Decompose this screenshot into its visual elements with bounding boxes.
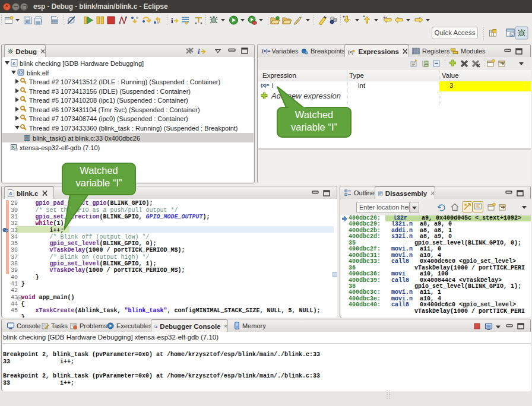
svg-text:c: c (12, 61, 15, 66)
svg-text:c: c (10, 191, 12, 196)
svg-text:G: G (511, 33, 514, 37)
svg-text:i: i (171, 16, 173, 25)
svg-text:i: i (198, 47, 200, 56)
